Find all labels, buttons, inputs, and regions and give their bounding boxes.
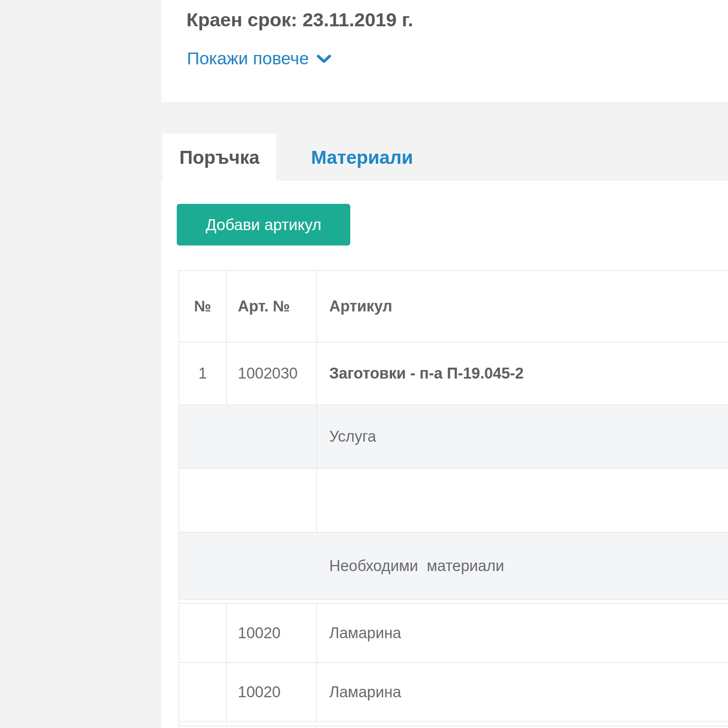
- cell-merged-empty: [179, 469, 317, 532]
- table-header-row: № Арт. № Артикул: [179, 271, 728, 343]
- chevron-down-icon: [317, 52, 331, 65]
- order-tab-content: Добави артикул № Арт. № Артикул 1 100203…: [161, 181, 728, 728]
- tab-order-label: Поръчка: [179, 146, 259, 168]
- cell-empty: [317, 469, 728, 532]
- table-row-group-materials: Необходими материали: [179, 533, 728, 600]
- add-item-button[interactable]: Добави артикул: [177, 204, 350, 245]
- header-art-no: Арт. №: [227, 271, 317, 342]
- cell-service-name: Услуга: [317, 405, 728, 468]
- table-row-item[interactable]: 1 1002030 Заготовки - п-а П-19.045-2: [179, 343, 728, 405]
- order-items-table: № Арт. № Артикул 1 1002030 Заготовки - п…: [178, 270, 728, 728]
- cell-art-no: 10020: [227, 663, 317, 721]
- cell-art-no: 10020: [227, 604, 317, 662]
- page: { "panel": { "deadline": "Краен срок: 23…: [0, 0, 728, 728]
- cell-article: Ламарина: [317, 604, 728, 662]
- header-num: №: [179, 271, 227, 342]
- table-row-empty[interactable]: [179, 469, 728, 533]
- add-item-button-label: Добави артикул: [205, 216, 321, 234]
- tab-order[interactable]: Поръчка: [163, 133, 276, 181]
- cell-group-label: Необходими материали: [179, 533, 728, 599]
- cell-num: [179, 604, 227, 662]
- cell-num: [179, 726, 227, 728]
- deadline-panel: Краен срок: 23.11.2019 г. Покажи повече: [161, 0, 728, 102]
- tab-materials-label: Материали: [311, 146, 413, 168]
- show-more-link[interactable]: Покажи повече: [187, 48, 331, 70]
- tab-materials[interactable]: Материали: [276, 133, 448, 181]
- table-row-material[interactable]: 10020 Ламарина: [179, 604, 728, 663]
- show-more-label: Покажи повече: [187, 48, 309, 70]
- cell-article: Заготовки - п-а П-19.045-2: [317, 343, 728, 404]
- cell-article: [317, 726, 728, 728]
- cell-art-no: 1002030: [227, 343, 317, 404]
- header-article: Артикул: [317, 271, 728, 342]
- deadline-label: Краен срок: 23.11.2019 г.: [186, 8, 413, 32]
- cell-art-no: [227, 726, 317, 728]
- cell-merged-empty: [179, 405, 317, 468]
- table-row-material[interactable]: 10020 Ламарина: [179, 663, 728, 722]
- table-row-service[interactable]: Услуга: [179, 405, 728, 469]
- row-spacer: [179, 722, 728, 726]
- cell-num: 1: [179, 343, 227, 404]
- cell-num: [179, 663, 227, 721]
- table-row-partial[interactable]: [179, 726, 728, 728]
- cell-article: Ламарина: [317, 663, 728, 721]
- row-spacer: [179, 600, 728, 604]
